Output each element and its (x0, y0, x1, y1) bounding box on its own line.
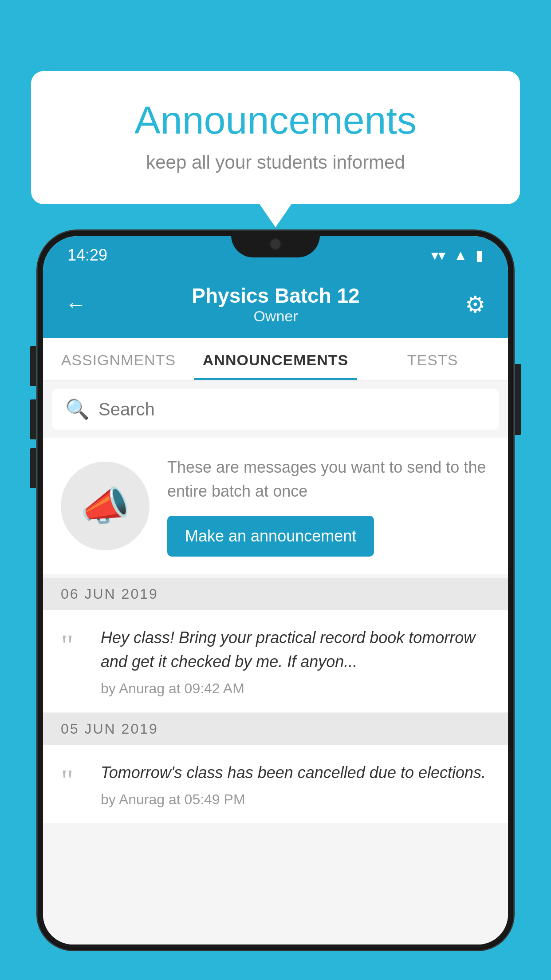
header-title: Physics Batch 12 (87, 284, 465, 308)
promo-description: These are messages you want to send to t… (167, 455, 490, 503)
quote-icon-2: " (61, 765, 87, 796)
search-icon: 🔍 (65, 398, 90, 421)
announcement-author-1: by Anurag at 09:42 AM (101, 680, 490, 697)
announcement-item-1: " Hey class! Bring your practical record… (43, 610, 508, 713)
megaphone-icon: 📣 (80, 483, 130, 530)
status-icons: ▾▾ ▲ ▮ (431, 247, 484, 264)
app-header: ← Physics Batch 12 Owner ⚙ (43, 273, 508, 338)
announcement-author-2: by Anurag at 05:49 PM (101, 791, 490, 808)
wifi-icon: ▾▾ (431, 247, 445, 264)
tab-announcements[interactable]: ANNOUNCEMENTS (194, 338, 357, 380)
status-time: 14:29 (67, 246, 107, 265)
back-button[interactable]: ← (65, 292, 87, 316)
announcement-message-2: Tomorrow's class has been cancelled due … (101, 761, 490, 785)
promo-icon-circle: 📣 (61, 462, 150, 550)
signal-icon: ▲ (453, 247, 468, 264)
promo-content: These are messages you want to send to t… (167, 455, 490, 557)
header-subtitle: Owner (87, 308, 465, 325)
tab-tests[interactable]: TESTS (357, 338, 508, 380)
speech-bubble: Announcements keep all your students inf… (31, 71, 520, 204)
battery-icon: ▮ (476, 247, 484, 264)
settings-icon[interactable]: ⚙ (465, 291, 486, 318)
announcement-text-block-1: Hey class! Bring your practical record b… (101, 626, 490, 697)
quote-icon-1: " (61, 630, 87, 661)
tabs-container: ASSIGNMENTS ANNOUNCEMENTS TESTS (43, 338, 508, 381)
announcement-message-1: Hey class! Bring your practical record b… (101, 626, 490, 674)
phone-outer: 14:29 ▾▾ ▲ ▮ ← Physics Batch 12 Owner ⚙ … (38, 231, 513, 950)
make-announcement-button[interactable]: Make an announcement (167, 516, 374, 557)
front-camera (269, 238, 282, 250)
announcement-text-block-2: Tomorrow's class has been cancelled due … (101, 761, 490, 808)
bubble-title: Announcements (67, 98, 484, 143)
promo-card: 📣 These are messages you want to send to… (43, 438, 508, 574)
phone-wrapper: 14:29 ▾▾ ▲ ▮ ← Physics Batch 12 Owner ⚙ … (38, 231, 513, 980)
date-separator-2: 05 JUN 2019 (43, 713, 508, 745)
tab-assignments[interactable]: ASSIGNMENTS (43, 338, 194, 380)
bubble-subtitle: keep all your students informed (67, 152, 484, 173)
date-separator-1: 06 JUN 2019 (43, 578, 508, 610)
notch (231, 231, 320, 257)
header-center: Physics Batch 12 Owner (87, 284, 465, 325)
speech-bubble-container: Announcements keep all your students inf… (31, 71, 520, 204)
search-bar[interactable]: 🔍 (52, 389, 499, 430)
announcement-item-2: " Tomorrow's class has been cancelled du… (43, 745, 508, 823)
phone-screen: 14:29 ▾▾ ▲ ▮ ← Physics Batch 12 Owner ⚙ … (43, 236, 508, 944)
content-area: 🔍 📣 These are messages you want to send … (43, 381, 508, 944)
search-input[interactable] (98, 399, 486, 419)
